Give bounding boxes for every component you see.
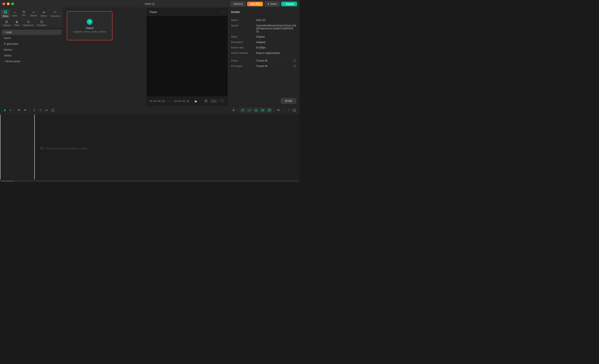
sidebar-item-brand-assets[interactable]: ▸ Brand assets — [2, 59, 62, 64]
detail-value-saved: /Users/kim/Movies/CapCut/User Data/Proje… — [256, 24, 296, 33]
sidebar-nav: ▾ Local Import AI generated Spaces Libra… — [0, 28, 63, 106]
tab-captions[interactable]: ⊟ Captions — [1, 18, 12, 28]
sidebar-item-ai-label: AI generated — [4, 43, 18, 45]
tab-transitions-label: Transitions — [50, 15, 61, 17]
redo-button[interactable] — [22, 108, 28, 113]
timeline-lock-button[interactable] — [253, 108, 259, 113]
player-screenshot-button[interactable] — [203, 99, 209, 104]
select-dropdown-button[interactable]: ▾ — [9, 107, 13, 113]
effects-icon: ✦ — [43, 10, 45, 14]
drag-hint-label: Drag material here and start to create — [45, 147, 87, 150]
media-panel: + Import Supports: videos, audios, photo… — [63, 8, 147, 106]
trim-button[interactable] — [44, 108, 49, 113]
tab-templates[interactable]: ⊡ Templates — [35, 18, 48, 28]
svg-rect-19 — [255, 110, 257, 111]
tab-audio[interactable]: ♪ Audio — [10, 9, 19, 18]
filters-icon: ◈ — [16, 20, 18, 24]
brand-assets-arrow: ▸ — [4, 61, 5, 62]
detail-value-proxy: Turned off — [256, 59, 293, 62]
modify-button[interactable]: Modify — [281, 98, 296, 104]
sidebar-item-local-label: Local — [6, 31, 12, 34]
import-plus-icon: + — [87, 19, 93, 25]
tab-text[interactable]: TI Text — [19, 9, 28, 18]
svg-rect-28 — [41, 147, 44, 149]
scrollbar-thumb[interactable] — [1, 181, 13, 181]
svg-rect-15 — [233, 109, 234, 110]
export-button[interactable]: ↑ Export — [281, 2, 297, 6]
timeline-playhead-gutter — [0, 115, 0, 179]
split-button[interactable] — [31, 108, 37, 113]
timeline-magnet-button[interactable] — [247, 108, 252, 113]
import-drop-zone[interactable]: + Import Supports: videos, audios, photo… — [67, 11, 113, 40]
svg-rect-1 — [6, 11, 7, 12]
tab-stickers[interactable]: ☺ Stickers — [28, 9, 39, 18]
shortcut-button[interactable]: Shortcut — [231, 1, 246, 7]
import-sub-label: Supports: videos, audios, photos — [73, 30, 106, 33]
minimize-button[interactable] — [7, 2, 9, 5]
proxy-info-icon[interactable]: ⓘ — [293, 59, 296, 62]
detail-row-ratio: Ratio: Original — [231, 35, 296, 38]
crop-button[interactable] — [50, 108, 55, 113]
captions-icon: ⊟ — [5, 20, 8, 24]
player-fullscreen-button[interactable] — [219, 99, 225, 104]
join-pro-button[interactable]: Join Pro — [247, 2, 263, 6]
audio-icon: ♪ — [14, 10, 15, 14]
undo-button[interactable] — [16, 108, 22, 113]
share-button[interactable]: ⬆ Share — [264, 1, 280, 7]
tab-transitions[interactable]: Transitions — [49, 9, 62, 18]
sidebar-item-ai-generated[interactable]: AI generated — [2, 41, 62, 47]
tab-effects[interactable]: ✦ Effects — [39, 9, 49, 18]
marker-button[interactable] — [38, 108, 43, 113]
free-layer-info-icon[interactable]: ⓘ — [293, 65, 296, 68]
details-divider — [231, 57, 296, 57]
svg-rect-14 — [52, 109, 54, 111]
timeline-undo2-button[interactable] — [276, 108, 281, 113]
toolbar-sep-2 — [29, 108, 30, 112]
player-ratio-button[interactable]: Ratio — [210, 99, 218, 103]
text-icon: TI — [22, 10, 25, 14]
sidebar-item-library[interactable]: Library — [2, 53, 62, 58]
toolbar-sep-1 — [14, 108, 15, 112]
tab-media-label: Media — [2, 15, 8, 17]
import-label: Import — [86, 27, 94, 29]
sidebar-item-spaces[interactable]: Spaces — [2, 47, 62, 53]
sidebar-item-local[interactable]: ▾ Local — [2, 29, 62, 35]
select-tool-button[interactable] — [2, 108, 8, 113]
sidebar-item-import[interactable]: Import — [2, 35, 62, 41]
player-play-button[interactable]: ▶ — [193, 98, 199, 104]
svg-rect-23 — [268, 109, 270, 111]
mic-button[interactable] — [231, 108, 236, 113]
details-header: Details — [228, 8, 300, 16]
tab-adjustment[interactable]: ⊙ Adjustment — [21, 18, 35, 28]
tab-media[interactable]: Media — [1, 9, 10, 18]
transitions-icon — [54, 10, 57, 15]
svg-point-5 — [205, 100, 206, 101]
close-button[interactable] — [2, 2, 5, 5]
player-panel: Player ··· 00:00:00.00 / 00:00:00.00 ▶ R… — [147, 8, 228, 106]
timeline-zoom-in-button[interactable]: + — [287, 108, 291, 113]
detail-label-ratio: Ratio: — [231, 35, 256, 38]
svg-rect-0 — [4, 11, 5, 12]
timeline-track-area[interactable]: Drag material here and start to create — [34, 115, 300, 179]
detail-value-resolution: Adapted — [256, 41, 296, 44]
timeline-zoom-out-button[interactable]: − — [282, 108, 286, 113]
media-icon — [4, 10, 7, 15]
drag-hint: Drag material here and start to create — [41, 146, 87, 150]
player-menu-icon[interactable]: ··· — [222, 10, 225, 14]
tab-filters[interactable]: ◈ Filters — [12, 18, 21, 28]
detail-label-resolution: Resolution: — [231, 41, 256, 44]
details-body: Name: 0426 (2) Saved: /Users/kim/Movies/… — [228, 16, 300, 96]
timeline-left-gutter — [0, 115, 34, 179]
details-footer: Modify — [228, 96, 300, 106]
timeline-toolbar: ▾ — [0, 106, 300, 115]
timeline-subtitle-button[interactable] — [260, 108, 266, 113]
timeline-scrollbar[interactable] — [0, 179, 300, 182]
fullscreen-button[interactable] — [11, 2, 14, 5]
timeline-link-button[interactable] — [240, 108, 246, 113]
timeline-caption-button[interactable] — [266, 108, 272, 113]
timeline-playhead — [34, 115, 35, 179]
player-time-total: 00:00:00.00 — [174, 100, 189, 103]
timeline-fit-button[interactable] — [291, 108, 297, 113]
detail-value-name: 0426 (2) — [256, 19, 296, 22]
detail-value-import-material: Keep in original place — [256, 52, 296, 54]
